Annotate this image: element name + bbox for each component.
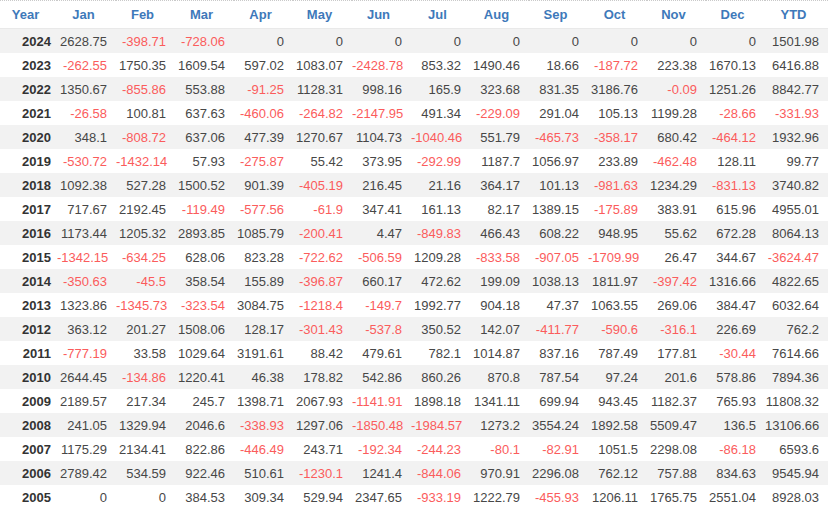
month-value-cell: 2789.42: [57, 461, 116, 485]
month-value-cell: -462.48: [647, 149, 706, 173]
month-value-cell: 834.63: [706, 461, 765, 485]
month-value-cell: -855.86: [116, 77, 175, 101]
month-value-cell: 2189.57: [57, 389, 116, 413]
month-value-cell: -1230.1: [293, 461, 352, 485]
month-value-cell: 637.06: [175, 125, 234, 149]
month-value-cell: 309.34: [234, 485, 293, 509]
month-value-cell: 2644.45: [57, 365, 116, 389]
table-row-2005: 200500384.53309.34529.942347.65-933.1912…: [0, 485, 828, 509]
month-value-cell: 1251.26: [706, 77, 765, 101]
ytd-cell: 13106.66: [765, 413, 828, 437]
month-value-cell: 1316.66: [706, 269, 765, 293]
column-header-dec: Dec: [706, 1, 765, 29]
month-value-cell: 384.53: [175, 485, 234, 509]
month-value-cell: -2147.95: [352, 101, 411, 125]
table-row-2011: 2011-777.1933.581029.643191.6188.42479.6…: [0, 341, 828, 365]
month-value-cell: 551.79: [470, 125, 529, 149]
table-body: 20242628.75-398.71-728.060000000001501.9…: [0, 29, 828, 509]
month-value-cell: -134.86: [116, 365, 175, 389]
month-value-cell: 1811.97: [588, 269, 647, 293]
column-header-feb: Feb: [116, 1, 175, 29]
month-value-cell: 2628.75: [57, 29, 116, 54]
month-value-cell: -777.19: [57, 341, 116, 365]
month-value-cell: -722.62: [293, 245, 352, 269]
column-header-apr: Apr: [234, 1, 293, 29]
month-value-cell: 680.42: [647, 125, 706, 149]
month-value-cell: 904.18: [470, 293, 529, 317]
month-value-cell: 1063.55: [588, 293, 647, 317]
month-value-cell: 101.13: [529, 173, 588, 197]
month-value-cell: 177.81: [647, 341, 706, 365]
month-value-cell: 2134.41: [116, 437, 175, 461]
month-value-cell: -1141.91: [352, 389, 411, 413]
month-value-cell: 853.32: [411, 53, 470, 77]
column-header-jul: Jul: [411, 1, 470, 29]
month-value-cell: 1297.06: [293, 413, 352, 437]
month-value-cell: 1187.7: [470, 149, 529, 173]
month-value-cell: 491.34: [411, 101, 470, 125]
month-value-cell: -316.1: [647, 317, 706, 341]
month-value-cell: -187.72: [588, 53, 647, 77]
month-value-cell: 466.43: [470, 221, 529, 245]
month-value-cell: 943.45: [588, 389, 647, 413]
month-value-cell: 922.46: [175, 461, 234, 485]
month-value-cell: -590.6: [588, 317, 647, 341]
month-value-cell: 901.39: [234, 173, 293, 197]
month-value-cell: 0: [293, 29, 352, 54]
table-row-2016: 20161173.441205.322893.851085.79-200.414…: [0, 221, 828, 245]
table-row-2020: 2020348.1-808.72637.06477.391270.671104.…: [0, 125, 828, 149]
month-value-cell: 1241.4: [352, 461, 411, 485]
month-value-cell: 2067.93: [293, 389, 352, 413]
month-value-cell: 837.16: [529, 341, 588, 365]
month-value-cell: -91.25: [234, 77, 293, 101]
header-row: YearJanFebMarAprMayJunJulAugSepOctNovDec…: [0, 1, 828, 29]
month-value-cell: 233.89: [588, 149, 647, 173]
ytd-cell: 3740.82: [765, 173, 828, 197]
month-value-cell: 142.07: [470, 317, 529, 341]
month-value-cell: -405.19: [293, 173, 352, 197]
month-value-cell: 364.17: [470, 173, 529, 197]
month-value-cell: -465.73: [529, 125, 588, 149]
column-header-mar: Mar: [175, 1, 234, 29]
month-value-cell: 1490.46: [470, 53, 529, 77]
month-value-cell: -506.59: [352, 245, 411, 269]
month-value-cell: -2428.78: [352, 53, 411, 77]
month-value-cell: 0: [706, 29, 765, 54]
month-value-cell: -530.72: [57, 149, 116, 173]
month-value-cell: -634.25: [116, 245, 175, 269]
month-value-cell: -1342.15: [57, 245, 116, 269]
year-cell: 2022: [0, 77, 57, 101]
month-value-cell: 782.1: [411, 341, 470, 365]
month-value-cell: 823.28: [234, 245, 293, 269]
month-value-cell: 0: [352, 29, 411, 54]
table-header: YearJanFebMarAprMayJunJulAugSepOctNovDec…: [0, 1, 828, 29]
year-cell: 2020: [0, 125, 57, 149]
month-value-cell: 2046.6: [175, 413, 234, 437]
month-value-cell: 269.06: [647, 293, 706, 317]
month-value-cell: 105.13: [588, 101, 647, 125]
month-value-cell: -1218.4: [293, 293, 352, 317]
month-value-cell: 2296.08: [529, 461, 588, 485]
month-value-cell: 1992.77: [411, 293, 470, 317]
table-row-2009: 20092189.57217.34245.71398.712067.93-114…: [0, 389, 828, 413]
month-value-cell: 57.93: [175, 149, 234, 173]
month-value-cell: -397.42: [647, 269, 706, 293]
month-value-cell: 1508.06: [175, 317, 234, 341]
month-value-cell: -455.93: [529, 485, 588, 509]
month-value-cell: 765.93: [706, 389, 765, 413]
month-value-cell: -833.58: [470, 245, 529, 269]
ytd-cell: 6032.64: [765, 293, 828, 317]
column-header-aug: Aug: [470, 1, 529, 29]
month-value-cell: 1389.15: [529, 197, 588, 221]
month-value-cell: 1222.79: [470, 485, 529, 509]
month-value-cell: 615.96: [706, 197, 765, 221]
month-value-cell: -264.82: [293, 101, 352, 125]
month-value-cell: -26.58: [57, 101, 116, 125]
month-value-cell: 100.81: [116, 101, 175, 125]
table-row-2018: 20181092.38527.281500.52901.39-405.19216…: [0, 173, 828, 197]
year-cell: 2007: [0, 437, 57, 461]
ytd-cell: -331.93: [765, 101, 828, 125]
month-value-cell: -1040.46: [411, 125, 470, 149]
year-cell: 2012: [0, 317, 57, 341]
month-value-cell: -350.63: [57, 269, 116, 293]
